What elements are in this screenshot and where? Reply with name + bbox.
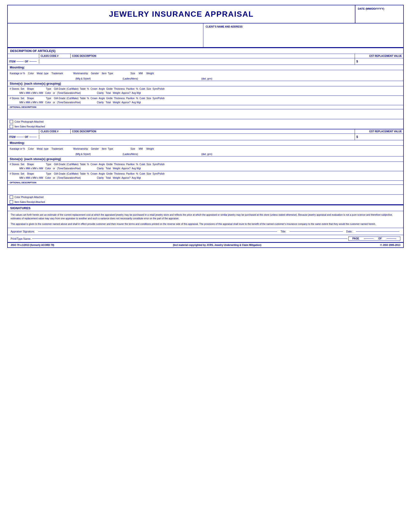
item2-metal-type: Metal type	[37, 148, 49, 150]
form-title: JEWELRY INSURANCE APPRAISAL	[8, 5, 355, 23]
item1-gender: Gender	[91, 72, 99, 75]
client-right: CLIENT'S NAME AND ADDRESS	[203, 23, 403, 47]
print-sig-line[interactable]	[32, 238, 347, 239]
item2-value: $	[355, 134, 403, 139]
item2-photo-checkbox[interactable]	[10, 195, 13, 199]
item2-item-type: Item Type	[102, 148, 113, 150]
item2-optional-section: OPTIONAL DESCRIPTION	[8, 181, 403, 195]
print-label: Print/Type Name:	[11, 237, 31, 240]
code-desc-header: CODE DESCRIPTION	[71, 54, 355, 58]
item2-size: Size	[131, 148, 135, 150]
item2-trademark: Trademark	[51, 148, 63, 150]
item2-desc-area[interactable]	[39, 134, 355, 140]
appraiser-sig-label: Appraiser Signature:	[11, 230, 35, 233]
item1-value: $	[355, 59, 403, 64]
item1-stones2: # Stones Set Shape Type GIA Grade: (Cut/…	[8, 96, 403, 105]
signatures-para1: The values set forth herein are an estim…	[8, 211, 403, 228]
item2-dwt-grm: (dwt, grm)	[201, 153, 212, 155]
item2-receipt-label: Item Sales Receipt Attached	[15, 201, 45, 203]
item2-stones1-line1: # Stones Set Shape Type GIA Grade: (Cut/…	[10, 162, 401, 166]
item2-color: Color	[28, 148, 34, 150]
item1-receipt-label: Item Sales Receipt Attached	[15, 125, 45, 128]
item1-karatage: Karatage or %	[10, 72, 25, 75]
item1-dwt-grm: (dwt, grm)	[201, 77, 212, 80]
item1-stones1-line1: # Stones Set Shape Type GIA Grade: (Cut/…	[10, 87, 401, 91]
item1-mm: MM	[138, 72, 143, 75]
item1-workmanship: Workmanship	[73, 72, 88, 75]
item2-optional-label: OPTIONAL DESCRIPTION	[8, 181, 403, 185]
title-sig-line[interactable]	[290, 231, 343, 232]
page-label: PAGE	[353, 237, 359, 240]
item1-checkbox2-row: Item Sales Receipt Attached	[8, 124, 403, 129]
item1-ladies-mens: (Ladies/Mens)	[122, 77, 138, 80]
item1-row: ITEM OF $	[8, 58, 403, 65]
page-box: PAGE OF	[348, 237, 401, 241]
item1-optional-section: OPTIONAL DESCRIPTION	[8, 105, 403, 119]
of-label: OF	[378, 237, 382, 240]
jiso-copyright: (Incl material copyrighted by JCRS, Jewe…	[173, 244, 261, 247]
item2-stones1-line2: MM x MM x MM x MM Color or (Tone/Saturat…	[10, 166, 401, 171]
item1-receipt-checkbox[interactable]	[10, 125, 13, 128]
date-sig-label: Date:	[346, 230, 353, 233]
item2-checkboxes: Color Photograph Attached Item Sales Rec…	[8, 195, 403, 205]
item1-item-type: Item Type	[102, 72, 113, 75]
jiso-label: JISO 79 v.1/2013 (formerly ACORD 79)	[11, 244, 54, 247]
item1-metal-type: Metal type	[37, 72, 49, 75]
item1-weight: Weight	[146, 72, 154, 75]
item2-mounting-label: Mounting:	[8, 140, 403, 146]
client-label: CLIENT'S NAME AND ADDRESS	[206, 25, 401, 28]
item2-workmanship: Workmanship	[73, 148, 88, 150]
item1-label: ITEM OF	[8, 59, 39, 64]
date-sig-line[interactable]	[356, 231, 399, 232]
jiso-copy-year: © JISO 2005-2013	[380, 244, 400, 247]
item2-stones2-line1: # Stones Set Shape Type GIA Grade: (Cut/…	[10, 172, 401, 176]
signatures-header: SIGNATURES	[8, 205, 403, 211]
item1-checkbox1-row: Color Photograph Attached	[8, 119, 403, 124]
item2-label: ITEM OF	[8, 135, 39, 139]
item2-checkbox2-row: Item Sales Receipt Attached	[8, 200, 403, 204]
item1-header-row: CLASS CODE # CODE DESCRIPTION EST REPLAC…	[8, 54, 403, 58]
item2-est-val-header: EST REPLACEMENT VALUE	[355, 129, 403, 133]
item2-stones2-line2: MM x MM x MM x MM Color or (Tone/Saturat…	[10, 176, 401, 180]
item1-trademark: Trademark	[51, 72, 63, 75]
item2-receipt-checkbox[interactable]	[10, 200, 13, 204]
item1-mfg: (Mfg & Style#)	[75, 77, 91, 80]
item2-stones-header: Stone(s): (each stone(s) grouping)	[8, 156, 403, 162]
client-row: CLIENT'S NAME AND ADDRESS	[8, 23, 403, 48]
item2-row: ITEM OF $	[8, 134, 403, 140]
item2-fields-row: Karatage or % Color Metal type Trademark…	[8, 146, 403, 151]
title-label: Title:	[280, 230, 286, 233]
item1-optional-label: OPTIONAL DESCRIPTION	[8, 105, 403, 109]
item1-mounting-label: Mounting:	[8, 65, 403, 70]
item2-header-row: CLASS CODE # CODE DESCRIPTION EST REPLAC…	[8, 129, 403, 134]
appraiser-sig-row: Appraiser Signature: Title: Date:	[8, 228, 403, 235]
item2-optional-content	[8, 185, 403, 194]
item2-weight: Weight	[146, 148, 154, 150]
est-val-header: EST REPLACEMENT VALUE	[355, 54, 403, 58]
item1-optional-content	[8, 109, 403, 119]
appraisal-form: JEWELRY INSURANCE APPRAISAL DATE (MM/DD/…	[7, 5, 404, 248]
item1-stones1: # Stones Set Shape Type GIA Grade: (Cut/…	[8, 86, 403, 96]
item1-fields-row: Karatage or % Color Metal type Trademark…	[8, 70, 403, 76]
description-header: DESCRIPTION OF ARTICLE(S)	[8, 48, 403, 54]
item2-fields-row2: (Mfg & Style#) (Ladies/Mens) (dwt, grm)	[8, 151, 403, 156]
item2-karatage: Karatage or %	[10, 148, 25, 150]
client-left-space	[8, 23, 203, 47]
item1-size: Size	[131, 72, 135, 75]
item2-checkbox1-row: Color Photograph Attached	[8, 195, 403, 200]
header-row: JEWELRY INSURANCE APPRAISAL DATE (MM/DD/…	[8, 5, 403, 23]
item2-code-desc-header: CODE DESCRIPTION	[71, 129, 355, 133]
class-code-header: CLASS CODE #	[39, 54, 71, 58]
item1-checkboxes: Color Photograph Attached Item Sales Rec…	[8, 119, 403, 129]
item2-mm: MM	[138, 148, 143, 150]
item2-stones1: # Stones Set Shape Type GIA Grade: (Cut/…	[8, 162, 403, 171]
item1-photo-checkbox[interactable]	[10, 120, 13, 123]
item2-mounting-detail: Karatage or % Color Metal type Trademark…	[8, 146, 403, 156]
item1-desc-area[interactable]	[39, 58, 355, 65]
item2-gender: Gender	[91, 148, 99, 150]
print-row: Print/Type Name: PAGE OF	[8, 235, 403, 242]
signatures-text-p2: This appraisal is given to the customer …	[11, 222, 400, 226]
item2-mfg: (Mfg & Style#)	[75, 153, 91, 155]
item1-mounting-detail: Karatage or % Color Metal type Trademark…	[8, 70, 403, 81]
appraiser-sig-line[interactable]	[38, 231, 277, 232]
